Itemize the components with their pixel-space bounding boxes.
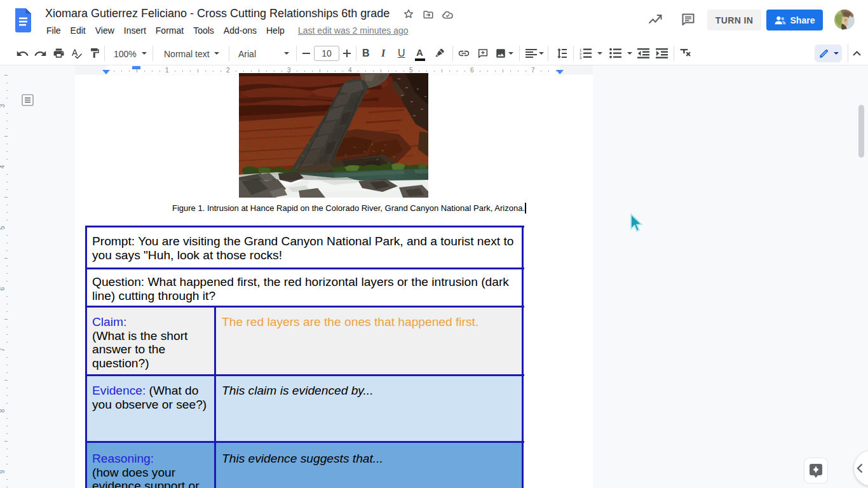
svg-text:3: 3 [580, 56, 582, 60]
